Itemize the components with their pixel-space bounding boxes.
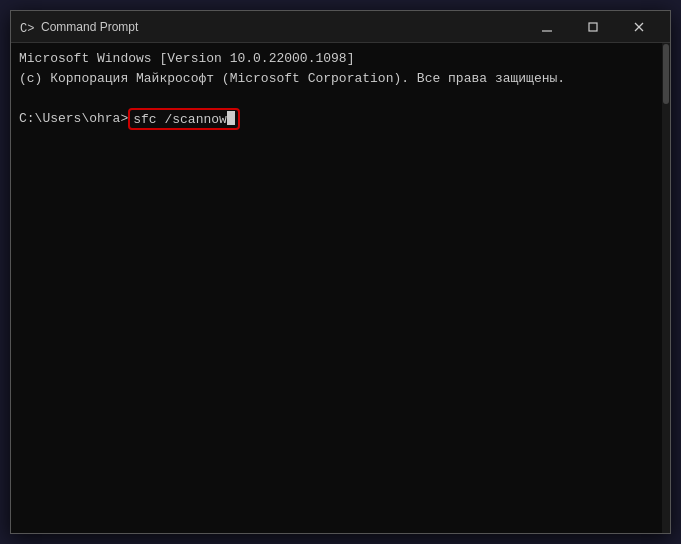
window-title: Command Prompt xyxy=(41,20,524,34)
path-text: C:\Users\ohra xyxy=(19,111,120,126)
close-button[interactable] xyxy=(616,11,662,43)
console-line-3 xyxy=(19,88,662,108)
window-controls xyxy=(524,11,662,43)
minimize-button[interactable] xyxy=(524,11,570,43)
cmd-icon: C> xyxy=(19,19,35,35)
cmd-window: C> Command Prompt xyxy=(10,10,671,534)
maximize-button[interactable] xyxy=(570,11,616,43)
prompt-path: C:\Users\ohra> xyxy=(19,111,128,126)
console-output: Microsoft Windows [Version 10.0.22000.10… xyxy=(19,49,662,108)
svg-text:C>: C> xyxy=(20,22,34,35)
cursor xyxy=(227,111,235,125)
scrollbar[interactable] xyxy=(662,43,670,533)
svg-rect-3 xyxy=(589,23,597,31)
console-line-2: (c) Корпорация Майкрософт (Microsoft Cor… xyxy=(19,69,662,89)
prompt-line: C:\Users\ohra> sfc /scannow xyxy=(19,108,662,130)
scrollbar-thumb[interactable] xyxy=(663,44,669,104)
command-highlight-box: sfc /scannow xyxy=(128,108,240,130)
command-input[interactable]: sfc /scannow xyxy=(133,112,227,127)
prompt-symbol: > xyxy=(120,111,128,126)
title-bar: C> Command Prompt xyxy=(11,11,670,43)
console-line-1: Microsoft Windows [Version 10.0.22000.10… xyxy=(19,49,662,69)
console-body[interactable]: Microsoft Windows [Version 10.0.22000.10… xyxy=(11,43,670,533)
